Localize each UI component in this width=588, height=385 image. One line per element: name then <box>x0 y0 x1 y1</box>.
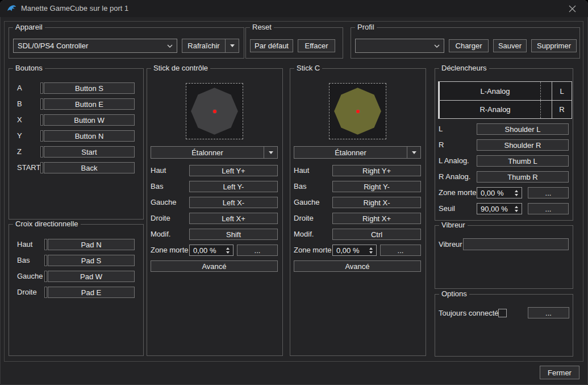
window-title: Manette GameCube sur le port 1 <box>21 0 128 17</box>
device-combobox-value: SDL/0/PS4 Controller <box>14 42 163 50</box>
l-trigger-tag: L <box>552 82 572 100</box>
dpad-down-label: Bas <box>17 255 30 266</box>
c-stick-calibrate-dropdown[interactable] <box>407 146 421 159</box>
spinner-arrows-icon[interactable] <box>223 247 233 254</box>
trigger-bar-row: R-Analog R <box>439 100 572 118</box>
main-stick-position-dot <box>213 110 216 113</box>
trigger-r-mapping[interactable]: Shoulder R <box>477 139 569 151</box>
button-a-label: A <box>17 82 22 94</box>
button-z-mapping[interactable]: Start <box>44 146 135 158</box>
triggers-threshold-spinbox[interactable]: 90,00 % <box>477 203 522 214</box>
main-stick-deadzone-value: 0,00 % <box>190 246 223 255</box>
device-combobox[interactable]: SDL/0/PS4 Controller <box>13 39 177 53</box>
c-stick-deadzone-more-button[interactable]: ... <box>380 245 421 256</box>
input-indicator <box>40 146 43 158</box>
button-x-label: X <box>17 114 22 126</box>
triggers-deadzone-value: 0,00 % <box>477 189 511 197</box>
triangle-down-icon <box>230 44 235 47</box>
button-y-mapping[interactable]: Button N <box>44 130 135 142</box>
input-indicator <box>40 162 43 173</box>
trigger-value-indicator <box>439 82 440 100</box>
main-stick-visualizer <box>186 83 243 139</box>
main-stick-right-mapping[interactable]: Left X+ <box>189 213 278 224</box>
rumble-mapping[interactable] <box>463 238 569 250</box>
close-window-button[interactable] <box>561 0 583 17</box>
main-stick-right-label: Droite <box>151 213 170 224</box>
main-stick-deadzone-spinbox[interactable]: 0,00 % <box>189 245 233 256</box>
trigger-r-analog-mapping[interactable]: Thumb R <box>477 171 569 183</box>
c-stick-deadzone-spinbox[interactable]: 0,00 % <box>332 245 377 256</box>
c-stick-advanced-button[interactable]: Avancé <box>294 260 421 272</box>
input-indicator <box>44 271 47 282</box>
c-stick-calibrate-button[interactable]: Étalonner <box>294 146 407 159</box>
device-group-legend: Appareil <box>13 23 45 31</box>
main-stick-up-mapping[interactable]: Left Y+ <box>189 165 278 176</box>
c-stick-down-mapping[interactable]: Right Y- <box>332 181 421 192</box>
trigger-r-analog-label: R Analog. <box>439 171 470 183</box>
default-button[interactable]: Par défaut <box>250 39 293 52</box>
main-stick-down-label: Bas <box>151 181 163 192</box>
options-group-legend: Options <box>439 289 469 298</box>
button-b-mapping[interactable]: Button E <box>44 98 135 110</box>
close-icon <box>569 5 576 13</box>
c-stick-modifier-mapping[interactable]: Ctrl <box>332 229 421 240</box>
main-stick-group-legend: Stick de contrôle <box>151 64 210 72</box>
refresh-split-button: Rafraîchir <box>182 39 239 53</box>
c-stick-calibrate-split: Étalonner <box>294 146 421 159</box>
triggers-threshold-label: Seuil <box>439 203 455 214</box>
refresh-dropdown-button[interactable] <box>225 39 239 53</box>
always-connected-label: Toujours connecté <box>439 308 499 319</box>
triangle-down-icon <box>269 151 273 154</box>
triggers-deadzone-label: Zone morte <box>439 187 476 198</box>
refresh-button[interactable]: Rafraîchir <box>182 39 226 53</box>
spinner-arrows-icon[interactable] <box>511 206 522 212</box>
l-analog-bar-label: L-Analog <box>480 87 510 96</box>
trigger-bar-row: L-Analog L <box>439 82 572 100</box>
c-stick-left-mapping[interactable]: Right X- <box>332 197 421 208</box>
spinner-arrows-icon[interactable] <box>366 247 376 254</box>
dpad-left-label: Gauche <box>17 271 43 282</box>
triggers-threshold-more-button[interactable]: ... <box>528 203 569 214</box>
button-y-label: Y <box>17 130 22 142</box>
triangle-down-icon <box>412 151 416 154</box>
dpad-left-mapping[interactable]: Pad W <box>48 271 135 282</box>
input-indicator <box>40 114 43 126</box>
button-start-mapping[interactable]: Back <box>44 162 135 173</box>
dpad-right-mapping[interactable]: Pad E <box>48 287 135 298</box>
trigger-l-analog-mapping[interactable]: Thumb L <box>477 155 569 167</box>
profile-delete-button[interactable]: Supprimer <box>531 39 577 52</box>
c-stick-up-label: Haut <box>294 165 309 176</box>
trigger-r-label: R <box>439 139 444 151</box>
rumble-label: Vibreur <box>439 238 462 250</box>
dpad-down-mapping[interactable]: Pad S <box>48 255 135 266</box>
main-stick-calibrate-dropdown[interactable] <box>264 146 278 159</box>
profile-combobox[interactable] <box>355 39 444 53</box>
clear-button[interactable]: Effacer <box>298 39 335 52</box>
main-stick-down-mapping[interactable]: Left Y- <box>189 181 278 192</box>
close-dialog-button[interactable]: Fermer <box>540 366 579 379</box>
triggers-deadzone-more-button[interactable]: ... <box>528 187 569 198</box>
spinner-arrows-icon[interactable] <box>511 190 522 196</box>
c-stick-right-mapping[interactable]: Right X+ <box>332 213 421 224</box>
trigger-l-label: L <box>439 123 443 135</box>
c-stick-modifier-label: Modif. <box>294 229 314 240</box>
dpad-up-mapping[interactable]: Pad N <box>48 239 135 250</box>
input-indicator <box>44 239 47 250</box>
profile-load-button[interactable]: Charger <box>449 39 489 52</box>
profile-save-button[interactable]: Sauver <box>493 39 527 52</box>
c-stick-up-mapping[interactable]: Right Y+ <box>332 165 421 176</box>
triggers-deadzone-spinbox[interactable]: 0,00 % <box>477 187 522 198</box>
button-x-mapping[interactable]: Button W <box>44 114 135 126</box>
input-indicator <box>40 82 43 94</box>
trigger-l-mapping[interactable]: Shoulder L <box>477 123 569 135</box>
main-stick-deadzone-label: Zone morte <box>151 245 188 256</box>
main-stick-calibrate-button[interactable]: Étalonner <box>151 146 264 159</box>
main-stick-left-mapping[interactable]: Left X- <box>189 197 278 208</box>
always-connected-checkbox[interactable] <box>498 309 507 317</box>
options-more-button[interactable]: ... <box>528 307 569 318</box>
main-stick-deadzone-more-button[interactable]: ... <box>237 245 278 256</box>
main-stick-advanced-button[interactable]: Avancé <box>151 260 278 272</box>
main-stick-modifier-mapping[interactable]: Shift <box>189 229 278 240</box>
input-indicator <box>40 98 43 110</box>
button-a-mapping[interactable]: Button S <box>44 82 135 94</box>
